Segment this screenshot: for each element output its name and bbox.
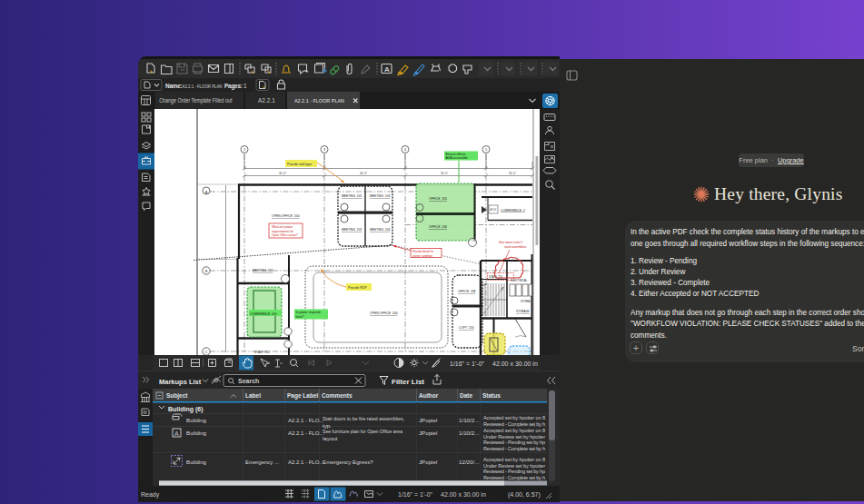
svg-text:STORAGE: STORAGE xyxy=(516,310,530,313)
svg-text:Date: Date xyxy=(460,392,472,399)
svg-text:C: C xyxy=(205,350,208,354)
svg-text:Under Review set by hpotter: Under Review set by hpotter xyxy=(483,434,545,440)
svg-text:Provide detail for: Provide detail for xyxy=(412,250,433,253)
svg-text:OFFICE 206: OFFICE 206 xyxy=(429,225,447,229)
svg-text:Emergency ...: Emergency ... xyxy=(245,460,279,465)
svg-text:Reviewed - Complete set by h: Reviewed - Complete set by h xyxy=(483,446,545,451)
svg-text:A2.2.1 - FLOOR PLAN: A2.2.1 - FLOOR PLAN xyxy=(183,83,223,89)
svg-text:ADA accessible: ADA accessible xyxy=(446,156,468,160)
svg-text:Is power required: Is power required xyxy=(296,311,321,314)
svg-text:Building (6): Building (6) xyxy=(168,406,204,413)
svg-text:Accepted set by hpotter on 8: Accepted set by hpotter on 8 xyxy=(483,415,545,420)
svg-text:COPY 250: COPY 250 xyxy=(459,326,474,330)
svg-text:OFFICE 248: OFFICE 248 xyxy=(458,290,476,293)
svg-text:STORA: STORA xyxy=(521,300,530,303)
svg-text:JPopiel: JPopiel xyxy=(419,417,437,423)
svg-text:A2.2.1 - FLO...: A2.2.1 - FLO... xyxy=(288,418,324,423)
svg-text:Under Review set by hpotter: Under Review set by hpotter xyxy=(483,463,545,469)
svg-text:A2.2.1 - FLO...: A2.2.1 - FLO... xyxy=(288,430,324,436)
svg-text:Page Label: Page Label xyxy=(287,392,319,400)
svg-text:Markups List: Markups List xyxy=(159,378,202,386)
svg-text:(4.00, 6.57): (4.00, 6.57) xyxy=(508,491,541,499)
svg-text:Label: Label xyxy=(245,392,261,399)
svg-text:Stair doors to be fire rated a: Stair doors to be fire rated assemblies, xyxy=(323,415,404,421)
svg-text:Filter List: Filter List xyxy=(392,378,424,386)
svg-text:30'-0": 30'-0" xyxy=(441,172,448,175)
svg-text:A2.2.1 - FLO...: A2.2.1 - FLO... xyxy=(288,460,324,465)
svg-text:A: A xyxy=(174,430,179,437)
svg-text:CONFERENCE 2: CONFERENCE 2 xyxy=(501,209,525,212)
svg-text:MEETING 202: MEETING 202 xyxy=(342,228,362,232)
svg-text:Name:: Name: xyxy=(165,83,183,89)
svg-text:corner condition: corner condition xyxy=(412,254,432,258)
svg-text:ELECTRICAL: ELECTRICAL xyxy=(511,279,528,282)
svg-text:42.00 x 30.00 in: 42.00 x 30.00 in xyxy=(492,361,538,367)
svg-text:What are power: What are power xyxy=(272,225,293,229)
svg-text:A7-01: A7-01 xyxy=(491,208,497,212)
svg-text:Comments: Comments xyxy=(322,392,353,399)
svg-text:layout: layout xyxy=(323,435,338,441)
svg-text:OFFICE 205: OFFICE 205 xyxy=(429,197,447,201)
svg-text:Search: Search xyxy=(238,378,259,384)
svg-text:here?: here? xyxy=(296,315,304,319)
svg-text:1/16" = 1'-0": 1/16" = 1'-0" xyxy=(450,361,485,367)
svg-text:Building: Building xyxy=(186,430,207,436)
svg-text:Building: Building xyxy=(186,459,207,465)
svg-text:Reviewed - Pending set by hp: Reviewed - Pending set by hp xyxy=(483,440,545,445)
svg-text:MEETING 204: MEETING 204 xyxy=(370,228,391,232)
svg-text:Subject: Subject xyxy=(166,392,188,400)
svg-text:MEETING 242: MEETING 242 xyxy=(253,269,273,272)
svg-text:Ensure offices: Ensure offices xyxy=(446,153,466,156)
svg-text:OPEN OFFICE 200: OPEN OFFICE 200 xyxy=(272,214,300,218)
svg-text:MEETING 203: MEETING 203 xyxy=(370,194,391,198)
svg-text:Open Office areas?: Open Office areas? xyxy=(272,233,298,237)
svg-text:Accepted set by hpotter on 8: Accepted set by hpotter on 8 xyxy=(483,457,545,462)
svg-text:A: A xyxy=(205,190,208,194)
svg-text:UP: UP xyxy=(483,283,487,287)
svg-text:1: 1 xyxy=(243,83,247,89)
svg-text:Pages:: Pages: xyxy=(224,83,243,90)
svg-text:Emergency Egress?: Emergency Egress? xyxy=(323,459,373,465)
svg-text:JPopiel: JPopiel xyxy=(419,459,437,465)
svg-text:12/20/...: 12/20/... xyxy=(459,459,480,465)
svg-text:30'-0": 30'-0" xyxy=(279,172,286,175)
svg-text:MEETING 201: MEETING 201 xyxy=(342,194,362,198)
svg-text:A: A xyxy=(384,65,390,74)
svg-text:OPEN OFFICE 240: OPEN OFFICE 240 xyxy=(370,311,398,315)
svg-text:Stair doors to be fi: Stair doors to be fi xyxy=(499,241,522,244)
svg-text:Building: Building xyxy=(186,417,207,423)
svg-text:CONFERENCE 240: CONFERENCE 240 xyxy=(250,312,277,316)
svg-text:See furniture plan for Open Of: See furniture plan for Open Office area xyxy=(323,428,402,434)
svg-text:Reviewed - Complete set by h: Reviewed - Complete set by h xyxy=(483,475,545,480)
svg-text:30'-0": 30'-0" xyxy=(360,172,367,175)
svg-text:1/10/2...: 1/10/2... xyxy=(459,417,480,423)
svg-text:42.00 x 30.00 in: 42.00 x 30.00 in xyxy=(441,491,486,498)
svg-text:Provide wall type: Provide wall type xyxy=(287,163,312,166)
svg-text:Ready: Ready xyxy=(141,491,160,499)
svg-text:JPopiel: JPopiel xyxy=(419,430,437,436)
svg-text:Author: Author xyxy=(419,392,439,399)
svg-text:Status: Status xyxy=(482,392,501,399)
svg-text:STAIR 261: STAIR 261 xyxy=(254,351,270,354)
svg-text:30'-0": 30'-0" xyxy=(509,172,516,175)
svg-text:Provide RCP: Provide RCP xyxy=(348,286,367,290)
svg-text:Reviewed - Complete set by h: Reviewed - Complete set by h xyxy=(483,421,545,427)
svg-text:1/10/2...: 1/10/2... xyxy=(459,430,480,436)
svg-text:Accepted set by hpotter on 8: Accepted set by hpotter on 8 xyxy=(483,428,545,433)
svg-text:rated assemblies,: rated assemblies, xyxy=(504,245,527,249)
svg-text:Reviewed - Pending set by hp: Reviewed - Pending set by hp xyxy=(483,469,545,474)
svg-text:B: B xyxy=(205,269,208,273)
svg-text:requirements for: requirements for xyxy=(272,230,294,233)
svg-text:1/16" = 1'-0": 1/16" = 1'-0" xyxy=(398,491,433,498)
